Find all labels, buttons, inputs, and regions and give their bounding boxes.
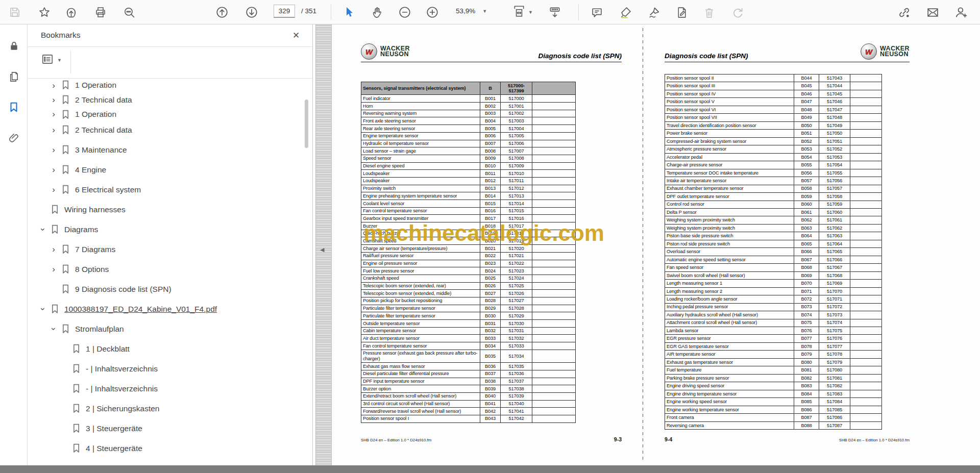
bookmark-item[interactable]: ›Stromlaufplan (28, 319, 305, 339)
bookmark-item[interactable]: ›1 Operation (28, 79, 305, 90)
bookmark-item[interactable]: ›4 Engine (28, 160, 305, 180)
expander-collapsed-icon[interactable]: › (50, 95, 58, 104)
empty-cell (850, 98, 882, 106)
hand-tool-icon[interactable] (370, 5, 385, 20)
expander-collapsed-icon[interactable]: › (50, 245, 58, 254)
spn-cell: 517068 (819, 271, 850, 279)
spn-cell: 517078 (819, 351, 850, 358)
pages-icon[interactable] (6, 69, 21, 84)
star-icon[interactable] (37, 5, 52, 20)
toolbar-separator (331, 4, 331, 20)
lock-icon[interactable] (6, 38, 21, 54)
panel-splitter[interactable]: ◀ (315, 24, 332, 465)
table-row: Exhaust gas temperature sensorB080517079 (665, 358, 882, 366)
code-cell: B001 (480, 95, 501, 103)
expander-expanded-icon[interactable]: › (39, 226, 47, 234)
search-icon[interactable] (121, 5, 137, 20)
close-icon[interactable]: ✕ (290, 29, 302, 41)
empty-cell (850, 169, 882, 177)
select-tool-icon[interactable] (341, 5, 356, 20)
bookmarks-icon[interactable] (6, 99, 21, 115)
bookmark-item[interactable]: ›8 Options (28, 259, 305, 279)
expander-collapsed-icon[interactable]: › (50, 145, 58, 154)
attachments-icon[interactable] (6, 130, 21, 145)
empty-cell (850, 414, 882, 421)
empty-cell (532, 290, 576, 297)
save-icon[interactable] (7, 5, 22, 20)
print-icon[interactable] (93, 5, 108, 20)
zoom-in-icon[interactable] (425, 5, 440, 20)
bookmark-item[interactable]: 9 Diagnosis code list (SPN) (28, 279, 305, 299)
expander-collapsed-icon[interactable]: › (50, 265, 58, 273)
delete-icon[interactable] (701, 5, 717, 20)
bookmark-item[interactable]: ›3 Maintenance (28, 140, 305, 160)
scroll-mode-icon[interactable] (547, 5, 562, 20)
link-icon[interactable] (896, 5, 912, 20)
code-cell: B059 (794, 193, 819, 201)
bookmark-item[interactable]: Wiring harnesses (28, 200, 305, 219)
sensor-name-cell: Length measuring sensor 1 (665, 280, 794, 287)
bookmark-item[interactable]: - | Inhaltsverzeichnis (28, 359, 305, 379)
expander-collapsed-icon[interactable]: › (50, 126, 58, 134)
bookmark-item[interactable]: ›2 Technical data (28, 90, 305, 110)
sensor-name-cell: Position sensor spool VII (665, 114, 794, 121)
bookmark-item[interactable]: 3 | Steuergeräte (28, 418, 305, 438)
empty-cell (532, 207, 576, 215)
horizontal-scrollbar[interactable] (0, 465, 980, 473)
fill-sign-icon[interactable] (674, 5, 689, 20)
share-icon[interactable] (63, 5, 79, 20)
footer-edition: SHB D24 en – Edition 1.0 * D24s910.fm (839, 438, 910, 442)
bookmark-item[interactable]: ›2 Technical data (28, 120, 305, 140)
highlight-icon[interactable] (618, 5, 633, 20)
bookmark-item[interactable]: ›1000388197_ED_D24_Kabine_V01_F4.pdf (28, 299, 305, 319)
profile-icon[interactable] (953, 5, 969, 20)
empty-cell (532, 140, 576, 147)
comment-icon[interactable] (589, 5, 604, 20)
zoom-out-icon[interactable] (397, 5, 412, 20)
bookmark-item[interactable]: ›6 Electrical system (28, 180, 305, 200)
bookmark-item[interactable]: ›1 Operation (28, 110, 305, 120)
code-cell: B069 (794, 271, 819, 279)
page-up-icon[interactable] (214, 5, 230, 20)
bookmark-item[interactable]: ›Diagrams (28, 219, 305, 239)
bookmark-item[interactable]: 1 | Deckblatt (28, 339, 305, 359)
expander-expanded-icon[interactable]: › (50, 325, 58, 333)
table-row: Temperature sensor DOC intake temperatur… (665, 169, 882, 177)
page-number-input[interactable] (274, 5, 295, 18)
expander-expanded-icon[interactable]: › (39, 305, 47, 313)
panel-scrollbar[interactable] (305, 99, 308, 148)
table-row: Intake air temperature sensorB057517056 (665, 177, 882, 185)
collapse-panel-icon[interactable]: ◀ (320, 246, 324, 253)
bookmark-item-label: Stromlaufplan (75, 325, 124, 334)
bookmark-item[interactable]: 4 | Steuergeräte (28, 438, 305, 458)
bookmark-options-button[interactable]: ▼ (41, 53, 62, 68)
spn-cell: 517040 (501, 400, 532, 408)
expander-collapsed-icon[interactable]: › (50, 110, 58, 118)
expander-collapsed-icon[interactable]: › (50, 81, 58, 90)
diagnosis-table-right: Position sensor spool IIB044517043Positi… (665, 74, 882, 430)
spn-cell: 517058 (819, 193, 850, 201)
bookmark-icon (51, 205, 59, 214)
code-cell: B026 (480, 282, 501, 290)
page-down-icon[interactable] (244, 5, 259, 20)
code-cell: B037 (480, 370, 501, 378)
bookmark-item[interactable]: ›7 Diagrams (28, 239, 305, 259)
spn-cell: 517071 (819, 295, 850, 303)
fit-width-dropdown[interactable]: ▼ (512, 5, 533, 20)
empty-cell (532, 320, 576, 328)
bookmark-item[interactable]: - | Inhaltsverzeichnis (28, 379, 305, 399)
bookmark-item[interactable]: 2 | Sicherungskasten (28, 399, 305, 418)
zoom-level-dropdown[interactable]: 53,9% ▼ (456, 7, 487, 15)
sensor-name-cell: Engine working speed sensor (665, 398, 794, 406)
empty-cell (532, 125, 576, 133)
table-row: AIR temperature sensorB079517078 (665, 351, 882, 358)
divider (28, 78, 312, 79)
spn-cell: 517006 (501, 140, 532, 147)
sensor-name-cell: Reversing warning system (361, 110, 480, 117)
expander-collapsed-icon[interactable]: › (50, 185, 58, 194)
signature-icon[interactable] (646, 5, 662, 20)
email-icon[interactable] (925, 5, 940, 20)
redo-icon[interactable] (730, 5, 745, 20)
code-cell: B027 (480, 290, 501, 297)
expander-collapsed-icon[interactable]: › (50, 165, 58, 174)
